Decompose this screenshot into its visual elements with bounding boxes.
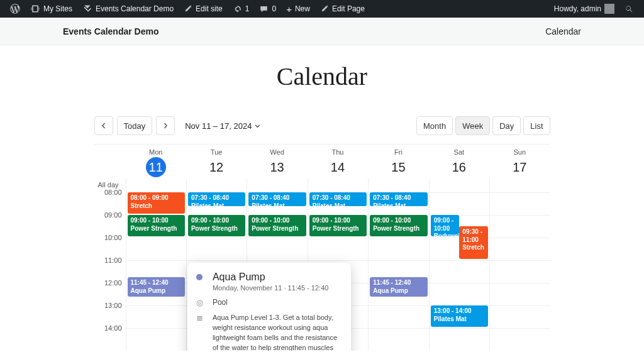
event-title: Pilates Mat (191, 202, 242, 207)
day-number: 15 (388, 157, 408, 177)
event-title: Pilates Mat (313, 202, 364, 207)
wp-editsite-label: Edit site (196, 4, 223, 13)
event-title: Power Strength (131, 225, 182, 233)
view-list-button[interactable]: List (523, 116, 550, 135)
hour-line (490, 305, 550, 306)
time-column: 08:0009:0010:0011:0012:0013:0014:00 (94, 192, 126, 351)
allday-cell (429, 178, 489, 192)
event-time: 09:00 - 10:00 (313, 217, 364, 225)
hour-line (126, 328, 186, 329)
day-number: 14 (328, 157, 348, 177)
hour-line (490, 328, 550, 329)
event-power-strength[interactable]: 09:00 - 10:00Power Strength (309, 215, 367, 236)
wp-sitename-label: Events Calendar Demo (96, 4, 174, 13)
event-pilates-mat[interactable]: 07:30 - 08:40Pilates Mat (188, 192, 245, 206)
wp-editsite[interactable]: Edit site (179, 0, 228, 18)
wp-updates[interactable]: 1 (228, 0, 255, 18)
day-header-thu[interactable]: Thu 14 (308, 145, 368, 178)
site-title[interactable]: Events Calendar Demo (63, 26, 159, 36)
event-aqua-pump[interactable]: 11:45 - 12:40Aqua Pump (370, 277, 427, 297)
hour-line (369, 238, 428, 238)
event-popover: Aqua Pump Monday, November 11 · 11:45 - … (187, 263, 351, 351)
allday-cell (368, 178, 428, 192)
wp-mysites[interactable]: My Sites (25, 0, 77, 18)
event-title: Pilates Mat (252, 202, 303, 207)
event-power-strength[interactable]: 09:00 - 10:00Power Strength (370, 215, 427, 236)
wp-howdy[interactable]: Howdy, admin (549, 0, 619, 18)
view-month-button[interactable]: Month (416, 116, 453, 135)
wp-search-icon[interactable] (619, 0, 639, 18)
event-pilates-mat[interactable]: 07:30 - 08:40Pilates Mat (248, 192, 306, 206)
event-stretch[interactable]: 09:30 - 11:00Stretch (459, 226, 488, 259)
hour-line (187, 260, 247, 261)
dow-label: Wed (247, 148, 307, 156)
event-time: 09:00 - 10:00 (131, 217, 182, 225)
hour-line (490, 283, 550, 283)
chevron-left-icon (101, 123, 107, 129)
day-number: 11 (146, 157, 166, 177)
event-aqua-pump[interactable]: 11:45 - 12:40Aqua Pump (128, 277, 185, 297)
day-column[interactable]: 09:00 - 10:00Bodyweight09:30 - 11:00Stre… (429, 192, 489, 351)
wp-sitename[interactable]: Events Calendar Demo (77, 0, 179, 18)
day-number: 16 (449, 157, 469, 177)
day-header-sun[interactable]: Sun 17 (489, 145, 550, 178)
day-column[interactable]: 08:00 - 09:00Stretch09:00 - 10:00Power S… (126, 192, 186, 351)
popover-subtitle: Monday, November 11 · 11:45 - 12:40 (213, 284, 341, 292)
day-header-fri[interactable]: Fri 15 (368, 145, 428, 178)
wp-logo[interactable] (5, 0, 25, 18)
time-label: 10:00 (94, 234, 126, 256)
day-number: 17 (509, 157, 530, 177)
event-power-strength[interactable]: 09:00 - 10:00Power Strength (128, 215, 185, 236)
date-range-picker[interactable]: Nov 11 – 17, 2024 (185, 121, 260, 131)
popover-title: Aqua Pump (213, 272, 341, 283)
event-title: Power Strength (313, 225, 364, 233)
view-day-button[interactable]: Day (492, 116, 521, 135)
today-button[interactable]: Today (117, 116, 153, 135)
calendar-toolbar: Today Nov 11 – 17, 2024 Month Week Day L… (94, 116, 550, 135)
event-power-strength[interactable]: 09:00 - 10:00Power Strength (248, 215, 306, 236)
hour-line (490, 215, 550, 216)
wp-comments[interactable]: 0 (254, 0, 281, 18)
event-time: 07:30 - 08:40 (252, 194, 303, 202)
day-column[interactable] (489, 192, 550, 351)
event-bodyweight[interactable]: 09:00 - 10:00Bodyweight (431, 215, 460, 236)
calendar-body: 08:0009:0010:0011:0012:0013:0014:0008:00… (94, 192, 550, 351)
time-label: 14:00 (94, 324, 126, 347)
view-week-button[interactable]: Week (455, 116, 490, 135)
event-time: 08:00 - 09:00 (131, 194, 182, 202)
hour-line (247, 260, 307, 261)
event-pilates-mat[interactable]: 13:00 - 14:00Pilates Mat (431, 305, 488, 327)
event-stretch[interactable]: 08:00 - 09:00Stretch (128, 192, 185, 214)
hour-line (369, 305, 428, 306)
allday-cell (126, 178, 186, 192)
nav-calendar[interactable]: Calendar (545, 26, 581, 36)
time-label: 11:00 (94, 256, 126, 279)
hour-line (490, 238, 550, 238)
prev-button[interactable] (94, 116, 113, 135)
event-pilates-mat[interactable]: 07:30 - 08:40Pilates Mat (309, 192, 367, 206)
day-header-wed[interactable]: Wed 13 (247, 145, 307, 178)
hour-line (187, 238, 247, 238)
time-label: 08:00 (94, 189, 126, 211)
event-power-strength[interactable]: 09:00 - 10:00Power Strength (188, 215, 245, 236)
site-header: Events Calendar Demo Calendar (0, 18, 644, 45)
day-header-mon[interactable]: Mon 11 (126, 145, 186, 178)
event-time: 09:00 - 10:00 (191, 217, 242, 225)
wp-admin-bar: My Sites Events Calendar Demo Edit site … (0, 0, 644, 18)
time-label: 12:00 (94, 279, 126, 302)
event-title: Stretch (131, 202, 182, 211)
day-column[interactable]: 07:30 - 08:40Pilates Mat09:00 - 10:00Pow… (368, 192, 428, 351)
day-number: 13 (267, 157, 287, 177)
event-title: Pilates Mat (434, 315, 485, 324)
wp-editpage-label: Edit Page (332, 4, 365, 13)
day-header-tue[interactable]: Tue 12 (186, 145, 247, 178)
wp-new-label: New (295, 4, 310, 13)
grid-corner (94, 145, 126, 178)
wp-editpage[interactable]: Edit Page (315, 0, 370, 18)
day-header-sat[interactable]: Sat 16 (429, 145, 489, 178)
wp-new[interactable]: + New (281, 0, 315, 18)
next-button[interactable] (156, 116, 175, 135)
chevron-right-icon (162, 123, 169, 129)
event-pilates-mat[interactable]: 07:30 - 08:40Pilates Mat (370, 192, 427, 206)
dow-label: Sun (489, 148, 550, 156)
